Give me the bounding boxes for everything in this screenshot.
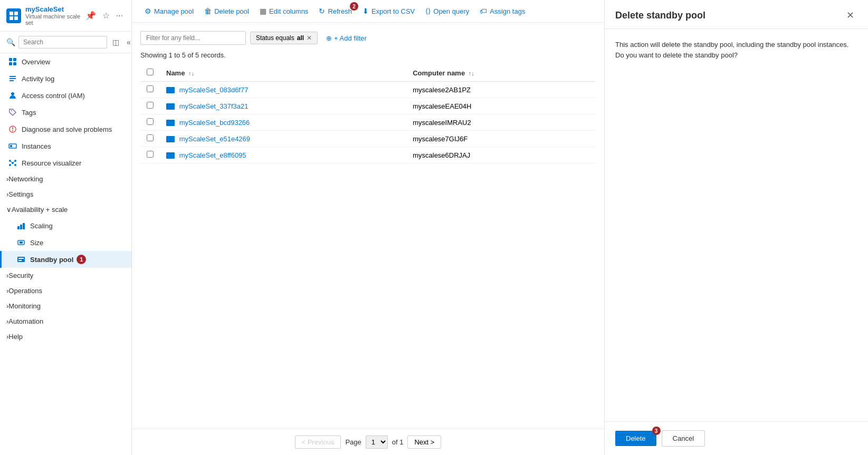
sidebar-item-iam[interactable]: Access control (IAM): [0, 87, 131, 104]
standby-pool-icon: [16, 255, 26, 264]
delete-panel-title: Delete standby pool: [615, 10, 705, 21]
sidebar-item-availability[interactable]: ∨ Availability + scale: [0, 202, 131, 217]
confirm-delete-button[interactable]: Delete: [615, 431, 656, 446]
content-area: Status equals all ✕ ⊕ + Add filter Showi…: [132, 23, 604, 429]
cancel-delete-button[interactable]: Cancel: [662, 430, 705, 447]
row-checkbox[interactable]: [147, 118, 154, 125]
filter-input[interactable]: [140, 31, 246, 45]
svg-line-24: [13, 161, 15, 163]
row-name-link[interactable]: myScaleSet_083d6f77: [179, 86, 249, 94]
record-count: Showing 1 to 5 of 5 records.: [140, 51, 596, 59]
star-icon[interactable]: ☆: [100, 9, 112, 22]
table-body: myScaleSet_083d6f77 myscalese2AB1PZ mySc…: [140, 82, 596, 163]
filter-bar: Status equals all ✕ ⊕ + Add filter: [140, 31, 596, 45]
svg-rect-29: [20, 241, 23, 244]
table-row: myScaleSet_e51e4269 myscalese7GIJ6F: [140, 131, 596, 147]
row-checkbox-cell: [140, 131, 160, 147]
delete-pool-button[interactable]: 🗑 Delete pool: [200, 4, 253, 18]
collapse-icon[interactable]: «: [125, 37, 132, 47]
computer-name-sort-icon[interactable]: ↑↓: [469, 70, 474, 76]
search-input[interactable]: [18, 36, 107, 49]
row-name-link[interactable]: myScaleSet_e8ff6095: [179, 151, 246, 159]
sidebar-item-monitoring[interactable]: › Monitoring: [0, 298, 131, 314]
manage-pool-icon: ⚙: [145, 7, 151, 15]
refresh-badge: 2: [350, 2, 358, 11]
iam-icon: [8, 91, 17, 100]
row-checkbox[interactable]: [147, 102, 154, 109]
assign-tags-button[interactable]: 🏷 Assign tags: [475, 4, 529, 18]
sidebar-item-instances[interactable]: Instances: [0, 138, 131, 154]
tags-icon: [8, 108, 17, 117]
sidebar-item-automation[interactable]: › Automation: [0, 314, 131, 329]
row-checkbox[interactable]: [147, 134, 154, 141]
sidebar-item-diagnose[interactable]: Diagnose and solve problems: [0, 121, 131, 138]
sidebar-item-operations[interactable]: › Operations: [0, 283, 131, 298]
sidebar-item-label: Overview: [22, 58, 50, 66]
sidebar-item-size[interactable]: Size: [0, 234, 131, 251]
standby-pool-badge: 1: [77, 255, 86, 264]
filter-tag: Status equals all ✕: [250, 32, 318, 44]
filter-tag-label: Status equals: [256, 34, 294, 42]
main-content: ⚙ Manage pool 🗑 Delete pool ▦ Edit colum…: [132, 0, 604, 455]
sidebar-search-area: 🔍 ◫ «: [0, 32, 131, 53]
sidebar-logo: [6, 8, 21, 23]
pin-icon[interactable]: 📌: [83, 9, 98, 22]
sidebar-item-resource-viz[interactable]: Resource visualizer: [0, 154, 131, 171]
prev-page-button[interactable]: < Previous: [295, 435, 341, 449]
sidebar-item-label: Operations: [8, 287, 42, 295]
sidebar-item-activity-log[interactable]: Activity log: [0, 70, 131, 87]
of-label: of 1: [392, 438, 404, 446]
export-csv-button[interactable]: ⬇ Export to CSV: [358, 4, 419, 18]
sidebar-item-overview[interactable]: Overview: [0, 53, 131, 70]
instances-icon: [8, 141, 17, 151]
name-column-header: Name ↑↓: [160, 64, 406, 82]
delete-panel-body: This action will delete the standby pool…: [605, 29, 868, 421]
open-query-button[interactable]: ⟨⟩ Open query: [421, 4, 473, 18]
sidebar-item-security[interactable]: › Security: [0, 268, 131, 283]
more-icon[interactable]: ···: [114, 9, 125, 22]
sidebar-item-networking[interactable]: › Networking: [0, 171, 131, 187]
delete-panel-close-button[interactable]: ✕: [843, 8, 857, 22]
sidebar-item-scaling[interactable]: Scaling: [0, 217, 131, 234]
row-computer-name-cell: myscalese7GIJ6F: [406, 131, 596, 147]
svg-rect-25: [17, 226, 20, 229]
sidebar-item-label: Activity log: [22, 75, 54, 83]
sidebar-item-standby-pool[interactable]: Standby pool 1: [0, 251, 131, 268]
name-sort-icon[interactable]: ↑↓: [188, 70, 194, 76]
svg-point-15: [12, 130, 13, 131]
sidebar-item-label: Monitoring: [8, 302, 41, 310]
row-name-link[interactable]: myScaleSet_337f3a21: [179, 102, 249, 110]
manage-pool-button[interactable]: ⚙ Manage pool: [140, 4, 198, 18]
filter-icon[interactable]: ◫: [110, 37, 121, 47]
row-computer-name-cell: myscaleseIMRAU2: [406, 114, 596, 131]
page-select[interactable]: 1: [366, 435, 388, 449]
sidebar-item-tags[interactable]: Tags: [0, 104, 131, 121]
sidebar-item-settings[interactable]: › Settings: [0, 187, 131, 202]
row-checkbox[interactable]: [147, 151, 154, 158]
row-name-link[interactable]: myScaleSet_bcd93266: [179, 119, 250, 127]
row-checkbox[interactable]: [147, 85, 154, 92]
edit-columns-button[interactable]: ▦ Edit columns: [255, 4, 312, 18]
svg-rect-27: [23, 223, 25, 229]
resource-name: myScaleSet: [25, 5, 83, 13]
next-page-button[interactable]: Next >: [407, 435, 441, 449]
row-name-cell: myScaleSet_e51e4269: [160, 131, 406, 147]
row-name-link[interactable]: myScaleSet_e51e4269: [179, 135, 250, 143]
sidebar-header: myScaleSet Virtual machine scale set 📌 ☆…: [0, 0, 131, 32]
sidebar-item-label: Settings: [8, 190, 33, 198]
filter-remove-icon[interactable]: ✕: [307, 34, 312, 42]
sidebar-item-help[interactable]: › Help: [0, 329, 131, 344]
svg-line-23: [10, 161, 13, 163]
table-row: myScaleSet_337f3a21 myscaleseEAE04H: [140, 98, 596, 114]
resource-type: Virtual machine scale set: [25, 13, 83, 26]
svg-point-21: [9, 164, 11, 166]
svg-rect-4: [9, 58, 12, 61]
row-name-cell: myScaleSet_bcd93266: [160, 114, 406, 131]
row-checkbox-cell: [140, 147, 160, 163]
export-csv-icon: ⬇: [363, 7, 369, 15]
select-all-checkbox[interactable]: [147, 69, 154, 75]
instances-table: Name ↑↓ Computer name ↑↓ myScaleSet_083d…: [140, 64, 596, 163]
add-filter-button[interactable]: ⊕ + Add filter: [322, 32, 371, 44]
svg-point-11: [11, 92, 14, 95]
search-icon: 🔍: [6, 38, 15, 46]
